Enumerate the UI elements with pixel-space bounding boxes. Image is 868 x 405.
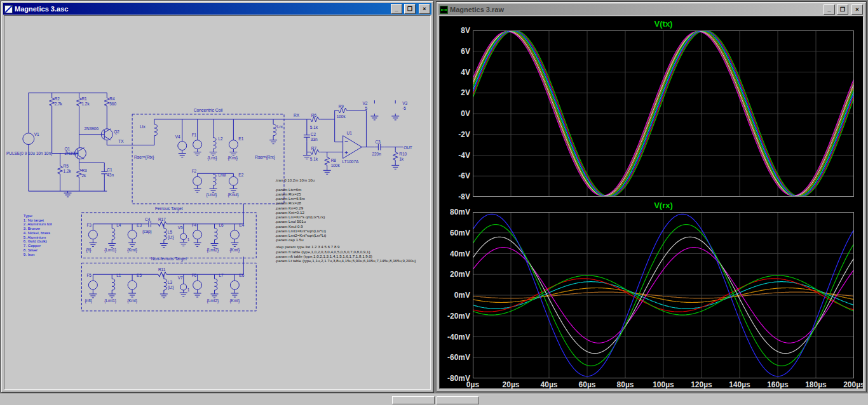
schematic-label: .param Lrx=6.5m	[275, 196, 305, 201]
schematic-label: Q1	[65, 147, 71, 152]
grid	[473, 30, 854, 197]
schematic-label: C2	[311, 132, 316, 136]
schematic-label: .param Lt table (type,1,1u,2,1.7u,3,8u,4…	[275, 258, 416, 263]
schematic-label: .param Lm=Kn*s qrt(Ltx*Lrx)	[275, 215, 325, 219]
schematic-label: Ferrous Target	[155, 206, 183, 211]
plot-canvas-vrx[interactable]	[473, 212, 854, 378]
plot-canvas-vtx[interactable]	[473, 30, 854, 197]
maximize-button[interactable]: ❐	[404, 4, 416, 14]
schematic-label: .param Knt=0.12	[275, 210, 304, 215]
schematic-titlebar[interactable]: Magnetics 3.asc _ ❐ ×	[3, 3, 431, 15]
plot-title-vrx[interactable]: V(rx)	[473, 201, 854, 210]
schematic-label: 2.7k	[55, 102, 63, 106]
schematic-label: 5.1k	[310, 125, 318, 129]
x-tick-label: 60µs	[572, 380, 602, 389]
plot-area[interactable]: V(tx) 8V6V4V2V0V-2V-4V-6V-8V V(rx) 80mV6…	[439, 16, 864, 389]
schematic-label: R5	[64, 164, 69, 168]
maximize-button[interactable]: ❐	[837, 4, 848, 15]
plot-pane-vrx: V(rx) 80mV60mV40mV20mV0mV-20mV-40mV-60mV…	[444, 201, 864, 389]
schematic-labels: V1PULSE(0 9 10u 10n 10n)R22.7kR11.2kR456…	[6, 96, 416, 303]
schematic-label: 1	[187, 288, 190, 292]
waveform-window-title: Magnetics 3.raw	[450, 6, 822, 13]
schematic-label: F4	[192, 223, 197, 227]
schematic-label: L6	[219, 223, 224, 227]
schematic-label: C3	[375, 140, 381, 144]
minimize-button[interactable]: _	[391, 4, 402, 14]
x-tick-label: 180µs	[801, 380, 831, 389]
schematic-label: .param Lmt1=Knt*sqrt(Ltx*Lt)	[275, 229, 326, 233]
y-tick-label: 2V	[444, 88, 470, 97]
schematic-label: {ft}	[86, 248, 92, 253]
schematic-window[interactable]: Magnetics 3.asc _ ❐ ×	[1, 1, 434, 393]
y-tick-label: 40mV	[444, 249, 470, 258]
schematic-label: {Lmt1}	[104, 298, 117, 303]
schematic-label: OUT	[403, 145, 412, 150]
schematic-label: R4	[109, 96, 115, 101]
minimize-button[interactable]: _	[824, 4, 835, 15]
schematic-label: F1	[192, 133, 197, 137]
schematic-label: 9. Iron	[24, 252, 35, 256]
y-tick-label: 4V	[444, 68, 470, 77]
schematic-label: C4	[145, 217, 151, 222]
schematic-label: R17	[158, 217, 166, 222]
schematic-label: 220n	[372, 152, 381, 157]
schematic-label: {Kmt}	[229, 298, 240, 303]
schematic-label: C1	[107, 168, 112, 172]
schematic-label: E5	[137, 273, 142, 277]
y-tick-label: -8V	[444, 192, 470, 201]
status-bar	[0, 394, 868, 405]
plot-title-vtx[interactable]: V(tx)	[473, 19, 854, 29]
schematic-label: R3	[81, 168, 87, 173]
schematic-label: V1	[34, 132, 39, 136]
schematic-label: V3	[402, 101, 407, 105]
schematic-label: {Kmt}	[127, 298, 138, 303]
schematic-label: .param Rtx=25	[275, 192, 301, 196]
close-button[interactable]: ×	[419, 4, 430, 14]
schematic-label: R2	[55, 96, 60, 101]
y-tick-label: 0V	[444, 109, 470, 118]
schematic-label: F6	[192, 273, 197, 277]
y-tick-label: 0mV	[444, 291, 470, 300]
schematic-label: .step param type list 1 2 3 4 5 6 7 8 9	[275, 245, 340, 249]
schematic-label: Rser={Rtx}	[134, 155, 154, 160]
schematic-label: 560	[109, 102, 116, 106]
schematic-label: -5	[402, 106, 406, 110]
y-tick-label: -2V	[444, 130, 470, 139]
schematic-label: 100k	[331, 163, 341, 168]
schematic-drawing[interactable]: V1PULSE(0 9 10u 10n 10n)R22.7kR11.2kR456…	[4, 16, 430, 389]
plot-pane-vtx: V(tx) 8V6V4V2V0V-2V-4V-6V-8V	[444, 19, 864, 201]
schematic-label: E3	[137, 223, 142, 227]
schematic-canvas-area[interactable]: V1PULSE(0 9 10u 10n 10n)R22.7kR11.2kR456…	[4, 15, 431, 390]
status-panel	[437, 396, 479, 404]
schematic-label: {Kmt}	[127, 248, 138, 253]
schematic-label: R10	[399, 152, 407, 157]
schematic-label: Rser={Rrx}	[255, 155, 276, 160]
grounds	[64, 116, 400, 298]
schematic-label: 100k	[337, 114, 346, 119]
waveform-titlebar[interactable]: Magnetics 3.raw _ ❐ ×	[438, 4, 864, 15]
close-button[interactable]: ×	[851, 4, 863, 15]
schematic-label: 2k	[81, 173, 86, 178]
schematic-label: V4	[175, 135, 180, 139]
y-tick-label: 6V	[444, 47, 470, 56]
schematic-label: {Lt}	[168, 235, 175, 240]
schematic-label: R11	[158, 267, 166, 272]
schematic-label: F2	[192, 169, 197, 173]
schematic-label: {Kns}	[227, 156, 238, 161]
schematic-label: {Knul}	[227, 192, 239, 197]
schematic-label: .param cap 1.5u	[275, 237, 304, 242]
schematic-label: Lrx	[277, 124, 283, 129]
schematic-label: L2	[218, 136, 223, 141]
x-tick-label: 20µs	[496, 380, 526, 389]
schematic-label: LT1007A	[342, 159, 359, 164]
schematic-label: 5.1k	[310, 157, 318, 161]
schematic-label: Ltx	[140, 124, 146, 129]
schematic-label: V5	[178, 225, 183, 230]
schematic-label: F5	[86, 273, 92, 277]
schematic-label: RX	[294, 113, 300, 117]
schematic-label: .param ft table (type,1,0,2,0,3,0,4,0,5,…	[275, 249, 370, 254]
schematic-label: {cap}	[142, 229, 153, 234]
schematic-label: Non-ferrous Target	[151, 256, 187, 262]
waveform-window[interactable]: Magnetics 3.raw _ ❐ × V(tx) 8V6V4V2V0V-2…	[436, 1, 867, 392]
schematic-label: 1	[187, 237, 190, 242]
